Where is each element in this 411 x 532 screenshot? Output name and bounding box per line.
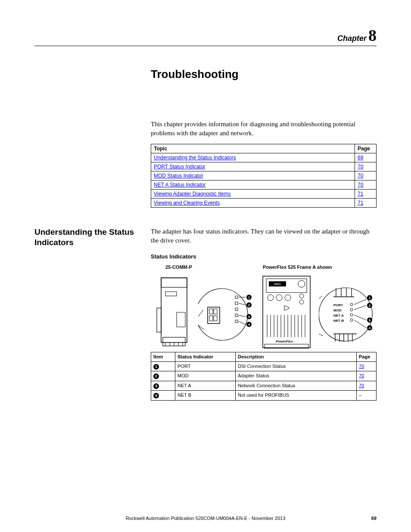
svg-rect-23 bbox=[235, 320, 238, 323]
ind-si: NET A bbox=[175, 381, 236, 390]
footer-page-number: 69 bbox=[371, 516, 377, 521]
chapter-label: Chapter bbox=[337, 34, 367, 43]
ind-header-item: Item bbox=[151, 352, 175, 361]
svg-text:3: 3 bbox=[248, 315, 250, 319]
svg-text:2: 2 bbox=[248, 303, 250, 307]
toc-header-topic: Topic bbox=[151, 144, 355, 153]
svg-rect-16 bbox=[214, 309, 217, 314]
toc-link[interactable]: Viewing and Clearing Events bbox=[154, 200, 220, 206]
svg-text:1: 1 bbox=[369, 296, 371, 300]
item-bullet: 2 bbox=[153, 373, 159, 379]
toc-link[interactable]: Understanding the Status Indicators bbox=[154, 155, 236, 161]
toc-page-link[interactable]: 71 bbox=[358, 200, 363, 206]
svg-text:3: 3 bbox=[369, 318, 371, 322]
ind-page-link[interactable]: 70 bbox=[359, 364, 364, 369]
drive-front-diagram: b001 bbox=[258, 274, 314, 350]
led-label-mod: MOD bbox=[333, 308, 342, 312]
toc-row: NET A Status Indicator 70 bbox=[151, 180, 377, 190]
svg-line-76 bbox=[354, 299, 366, 305]
ind-page: – bbox=[357, 391, 377, 400]
ind-page-link[interactable]: 70 bbox=[359, 373, 364, 378]
led-label-port: PORT bbox=[333, 303, 343, 307]
toc-link[interactable]: NET A Status Indicator bbox=[154, 182, 206, 188]
led-label-neta: NET A bbox=[333, 314, 344, 317]
ind-page-link[interactable]: 70 bbox=[359, 383, 364, 388]
figure-caption-left: 25-COMM-P bbox=[151, 264, 263, 271]
svg-line-12 bbox=[198, 310, 203, 317]
ind-si: MOD bbox=[175, 371, 236, 381]
topic-table: Topic Page Understanding the Status Indi… bbox=[151, 144, 377, 208]
section-body: The adapter has four status indicators. … bbox=[151, 227, 377, 245]
section-heading: Understanding the Status Indicators bbox=[34, 227, 151, 248]
figure-title: Status Indicators bbox=[151, 253, 377, 261]
footer-text: Rockwell Automation Publication 520COM-U… bbox=[126, 516, 286, 521]
toc-page-link[interactable]: 71 bbox=[358, 191, 363, 197]
toc-row: MOD Status Indicator 70 bbox=[151, 171, 377, 180]
svg-rect-22 bbox=[235, 314, 238, 317]
svg-rect-17 bbox=[209, 316, 213, 321]
item-bullet: 1 bbox=[153, 364, 159, 370]
adapter-board-diagram bbox=[151, 274, 194, 350]
figure-area: 1 2 3 4 b001 bbox=[151, 274, 377, 350]
ind-desc: Network Connection Status bbox=[236, 381, 357, 390]
svg-rect-19 bbox=[235, 296, 238, 299]
toc-page-link[interactable]: 70 bbox=[358, 164, 363, 170]
ind-header-desc: Description bbox=[236, 352, 357, 361]
svg-rect-18 bbox=[214, 316, 217, 321]
svg-line-35 bbox=[239, 321, 246, 324]
svg-rect-20 bbox=[235, 302, 238, 305]
ind-row: 3 NET A Network Connection Status 70 bbox=[151, 381, 377, 390]
svg-text:1: 1 bbox=[248, 296, 250, 299]
svg-point-44 bbox=[299, 294, 304, 298]
ind-row: 1 PORT DSI Connection Status 70 bbox=[151, 361, 377, 371]
svg-point-45 bbox=[299, 300, 304, 304]
ind-desc: Not used for PROFIBUS bbox=[236, 391, 357, 400]
figure-caption-right: PowerFlex 525 Frame A shown bbox=[263, 264, 377, 271]
svg-point-41 bbox=[268, 295, 274, 301]
svg-point-67 bbox=[350, 319, 353, 321]
svg-point-42 bbox=[276, 295, 282, 301]
svg-line-78 bbox=[354, 315, 366, 320]
svg-point-61 bbox=[319, 288, 372, 341]
ind-desc: Adapter Status bbox=[236, 371, 357, 381]
chapter-header: Chapter8 bbox=[34, 26, 377, 46]
svg-point-40 bbox=[298, 280, 305, 287]
svg-marker-46 bbox=[284, 305, 290, 311]
svg-rect-15 bbox=[209, 309, 213, 314]
svg-line-33 bbox=[239, 303, 246, 305]
toc-link[interactable]: PORT Status Indicator bbox=[154, 164, 206, 170]
toc-page-link[interactable]: 69 bbox=[358, 155, 363, 161]
svg-text:2: 2 bbox=[369, 304, 371, 308]
svg-rect-1 bbox=[161, 278, 187, 287]
svg-point-66 bbox=[350, 314, 353, 316]
svg-line-62 bbox=[319, 296, 322, 299]
svg-point-64 bbox=[350, 303, 353, 306]
svg-rect-10 bbox=[177, 312, 185, 327]
item-bullet: 4 bbox=[153, 393, 159, 398]
svg-rect-2 bbox=[165, 292, 177, 296]
svg-text:4: 4 bbox=[248, 323, 250, 327]
toc-row: Understanding the Status Indicators 69 bbox=[151, 153, 377, 162]
ind-si: NET B bbox=[175, 391, 236, 400]
svg-rect-21 bbox=[235, 308, 238, 311]
ind-si: PORT bbox=[175, 361, 236, 371]
led-label-netb: NET B bbox=[333, 319, 344, 323]
toc-link[interactable]: Viewing Adapter Diagnostic Items bbox=[154, 191, 231, 197]
ind-desc: DSI Connection Status bbox=[236, 361, 357, 371]
svg-text:b001: b001 bbox=[274, 283, 281, 286]
toc-page-link[interactable]: 70 bbox=[358, 173, 363, 179]
toc-page-link[interactable]: 70 bbox=[358, 182, 363, 188]
intro-paragraph: This chapter provides information for di… bbox=[151, 120, 377, 138]
svg-point-65 bbox=[350, 308, 353, 311]
item-bullet: 3 bbox=[153, 383, 159, 389]
toc-link[interactable]: MOD Status Indicator bbox=[154, 173, 203, 179]
svg-line-77 bbox=[354, 305, 366, 310]
svg-line-79 bbox=[354, 320, 366, 328]
adapter-led-detail: 1 2 3 4 bbox=[198, 274, 254, 350]
toc-row: PORT Status Indicator 70 bbox=[151, 162, 377, 171]
svg-point-43 bbox=[285, 295, 291, 301]
svg-line-34 bbox=[239, 315, 246, 317]
svg-line-13 bbox=[198, 325, 204, 330]
svg-text:4: 4 bbox=[369, 326, 371, 330]
ind-row: 4 NET B Not used for PROFIBUS – bbox=[151, 391, 377, 400]
